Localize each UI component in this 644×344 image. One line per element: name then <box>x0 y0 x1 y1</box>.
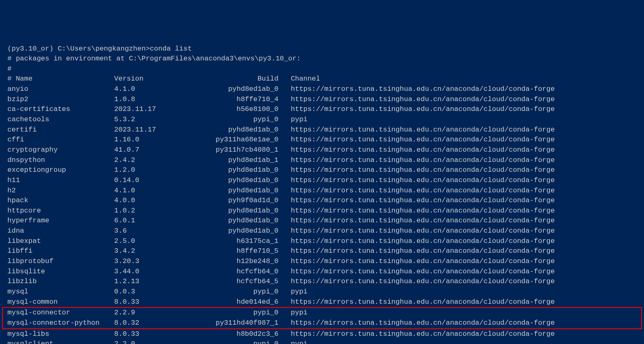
package-name: exceptiongroup <box>7 165 114 175</box>
package-version: 2.4.2 <box>114 155 196 166</box>
package-channel: https://mirrors.tuna.tsinghua.edu.cn/ana… <box>278 95 555 105</box>
package-version: 3.6 <box>114 226 196 236</box>
package-row: idna3.6pyhd8ed1ab_0https://mirrors.tuna.… <box>7 226 637 236</box>
prompt-path: C:\Users\pengkangzhen> <box>58 45 150 53</box>
package-row: cffi1.16.0py311ha68e1ae_0https://mirrors… <box>7 135 637 145</box>
package-channel: https://mirrors.tuna.tsinghua.edu.cn/ana… <box>278 318 555 328</box>
package-build: h8b0d2c3_6 <box>196 329 278 339</box>
package-row: hpack4.0.0pyh9f0ad1d_0https://mirrors.tu… <box>7 196 637 206</box>
package-channel: https://mirrors.tuna.tsinghua.edu.cn/ana… <box>278 155 555 166</box>
package-row: mysql-libs8.0.33h8b0d2c3_6https://mirror… <box>7 329 637 339</box>
package-row: h24.1.0pyhd8ed1ab_0https://mirrors.tuna.… <box>7 186 637 196</box>
package-version: 2.2.0 <box>114 339 196 344</box>
package-channel: https://mirrors.tuna.tsinghua.edu.cn/ana… <box>278 236 555 247</box>
package-channel: https://mirrors.tuna.tsinghua.edu.cn/ana… <box>278 196 555 206</box>
package-version: 1.0.2 <box>114 206 196 216</box>
package-name: idna <box>7 226 114 236</box>
package-channel: https://mirrors.tuna.tsinghua.edu.cn/ana… <box>278 84 555 95</box>
package-channel: pypi <box>278 339 308 344</box>
package-name: ca-certificates <box>7 104 114 115</box>
package-version: 8.0.33 <box>114 329 196 339</box>
package-channel: https://mirrors.tuna.tsinghua.edu.cn/ana… <box>278 246 555 256</box>
package-channel: https://mirrors.tuna.tsinghua.edu.cn/ana… <box>278 135 555 145</box>
package-version: 2023.11.17 <box>114 125 196 135</box>
package-row: anyio4.1.0pyhd8ed1ab_0https://mirrors.tu… <box>7 84 637 95</box>
package-name: h2 <box>7 186 114 196</box>
package-version: 3.20.3 <box>114 256 196 267</box>
package-name: cachetools <box>7 115 114 125</box>
package-channel: https://mirrors.tuna.tsinghua.edu.cn/ana… <box>278 277 555 287</box>
package-row: h110.14.0pyhd8ed1ab_0https://mirrors.tun… <box>7 175 637 186</box>
package-build: h12be248_0 <box>196 256 278 267</box>
package-build: hcfcfb64_0 <box>196 267 278 277</box>
package-row: libzlib1.2.13hcfcfb64_5https://mirrors.t… <box>7 277 637 287</box>
package-name: mysql-connector-python <box>7 318 114 328</box>
package-version: 0.0.3 <box>114 287 196 297</box>
package-build: py311hd40f987_1 <box>196 318 278 328</box>
package-row: certifi2023.11.17pyhd8ed1ab_0https://mir… <box>7 125 637 135</box>
package-name: libexpat <box>7 236 114 247</box>
package-version: 3.44.0 <box>114 267 196 277</box>
package-version: 4.1.0 <box>114 84 196 95</box>
package-name: cryptography <box>7 145 114 155</box>
package-build: pyhd8ed1ab_0 <box>196 165 278 175</box>
package-row: mysql-common8.0.33hde014ed_6https://mirr… <box>7 297 637 307</box>
package-name: certifi <box>7 125 114 135</box>
package-channel: https://mirrors.tuna.tsinghua.edu.cn/ana… <box>278 297 555 307</box>
package-channel: pypi <box>278 287 308 297</box>
package-row: mysqlclient2.2.0pypi_0pypi <box>7 339 637 344</box>
package-row: libprotobuf3.20.3h12be248_0https://mirro… <box>7 256 637 267</box>
package-name: libzlib <box>7 277 114 287</box>
header-row: # NameVersionBuildChannel <box>7 74 637 84</box>
env-comment: # packages in environment at C:\ProgramF… <box>7 54 637 64</box>
package-version: 1.0.8 <box>114 95 196 105</box>
package-channel: https://mirrors.tuna.tsinghua.edu.cn/ana… <box>278 145 555 155</box>
package-build: pyhd8ed1ab_0 <box>196 186 278 196</box>
package-build: pyh9f0ad1d_0 <box>196 196 278 206</box>
package-build: pypi_0 <box>196 115 278 125</box>
package-row: libexpat2.5.0h63175ca_1https://mirrors.t… <box>7 236 637 247</box>
package-version: 2023.11.17 <box>114 104 196 115</box>
package-name: bzip2 <box>7 95 114 105</box>
package-channel: pypi <box>278 115 308 125</box>
package-row: cryptography41.0.7py311h7cb4080_1https:/… <box>7 145 637 155</box>
package-version: 4.1.0 <box>114 186 196 196</box>
package-version: 3.4.2 <box>114 246 196 256</box>
package-row: mysql0.0.3pypi_0pypi <box>7 287 637 297</box>
package-version: 2.2.9 <box>114 308 196 318</box>
command-text: conda list <box>150 45 192 53</box>
package-version: 2.5.0 <box>114 236 196 247</box>
terminal-output[interactable]: (py3.10_or) C:\Users\pengkangzhen>conda … <box>7 44 637 344</box>
package-name: libffi <box>7 246 114 256</box>
package-name: mysql-connector <box>7 308 114 318</box>
package-channel: https://mirrors.tuna.tsinghua.edu.cn/ana… <box>278 267 555 277</box>
package-version: 41.0.7 <box>114 145 196 155</box>
package-build: pyhd8ed1ab_0 <box>196 125 278 135</box>
hash-line: # <box>7 64 637 74</box>
package-channel: https://mirrors.tuna.tsinghua.edu.cn/ana… <box>278 165 555 175</box>
package-row: ca-certificates2023.11.17h56e8100_0https… <box>7 104 637 115</box>
package-row: libffi3.4.2h8ffe710_5https://mirrors.tun… <box>7 246 637 256</box>
package-channel: pypi <box>278 308 308 318</box>
package-build: py311h7cb4080_1 <box>196 145 278 155</box>
package-name: anyio <box>7 84 114 95</box>
package-row: mysql-connector2.2.9pypi_0pypi <box>7 308 637 318</box>
package-channel: https://mirrors.tuna.tsinghua.edu.cn/ana… <box>278 104 555 115</box>
header-build: Build <box>196 74 278 84</box>
package-name: cffi <box>7 135 114 145</box>
package-name: dnspython <box>7 155 114 166</box>
package-name: hyperframe <box>7 216 114 226</box>
package-version: 1.2.0 <box>114 165 196 175</box>
package-channel: https://mirrors.tuna.tsinghua.edu.cn/ana… <box>278 256 555 267</box>
package-row: mysql-connector-python8.0.32py311hd40f98… <box>7 318 637 328</box>
package-version: 1.16.0 <box>114 135 196 145</box>
package-channel: https://mirrors.tuna.tsinghua.edu.cn/ana… <box>278 329 555 339</box>
prompt-line: (py3.10_or) C:\Users\pengkangzhen>conda … <box>7 44 637 54</box>
package-build: hcfcfb64_5 <box>196 277 278 287</box>
package-channel: https://mirrors.tuna.tsinghua.edu.cn/ana… <box>278 226 555 236</box>
highlight-box: mysql-connector2.2.9pypi_0pypimysql-conn… <box>2 307 642 329</box>
package-row: hyperframe6.0.1pyhd8ed1ab_0https://mirro… <box>7 216 637 226</box>
package-channel: https://mirrors.tuna.tsinghua.edu.cn/ana… <box>278 175 555 186</box>
package-channel: https://mirrors.tuna.tsinghua.edu.cn/ana… <box>278 216 555 226</box>
package-version: 0.14.0 <box>114 175 196 186</box>
